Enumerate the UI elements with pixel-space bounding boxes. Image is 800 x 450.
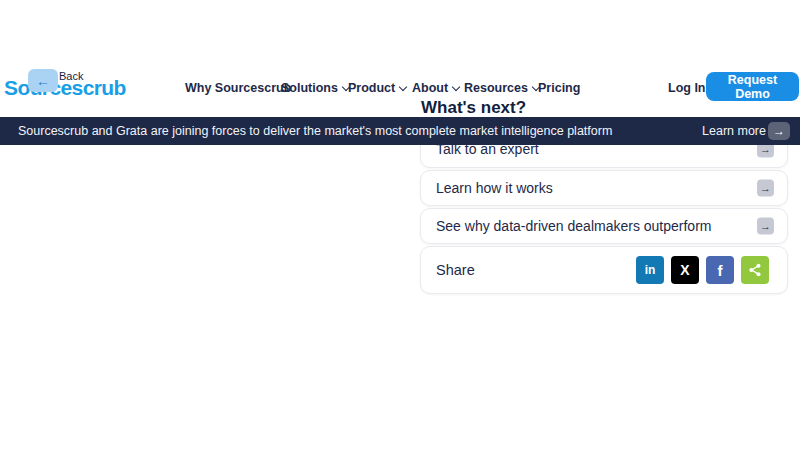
x-twitter-icon: X: [680, 262, 689, 278]
list-item-learn-how-it-works[interactable]: Learn how it works →: [420, 170, 788, 206]
facebook-share-button[interactable]: f: [706, 256, 734, 284]
nav-item-about[interactable]: About: [412, 81, 459, 95]
site-header: Sourcescrub ← Back Why Sourcescrub Solut…: [0, 0, 800, 117]
page: Sourcescrub ← Back Why Sourcescrub Solut…: [0, 0, 800, 450]
nav-item-solutions[interactable]: Solutions: [281, 81, 349, 95]
request-demo-button[interactable]: Request Demo: [706, 72, 799, 101]
nav-item-pricing[interactable]: Pricing: [538, 81, 580, 95]
announcement-text: Sourcescrub and Grata are joining forces…: [18, 124, 612, 138]
list-item-label: See why data-driven dealmakers outperfor…: [436, 218, 711, 234]
nav-label: Pricing: [538, 81, 580, 95]
learn-more-link[interactable]: Learn more: [702, 124, 766, 138]
share-label: Share: [436, 262, 475, 278]
facebook-icon: f: [718, 262, 723, 279]
arrow-right-icon[interactable]: →: [757, 180, 774, 197]
nav-label: About: [412, 81, 448, 95]
announcement-banner: Sourcescrub and Grata are joining forces…: [0, 117, 800, 145]
whats-next-heading: What's next?: [421, 98, 526, 118]
nav-label: Resources: [464, 81, 528, 95]
chevron-down-icon: [452, 82, 460, 90]
linkedin-share-button[interactable]: in: [636, 256, 664, 284]
linkedin-icon: in: [645, 263, 656, 277]
share-nodes-icon: [747, 262, 763, 278]
nav-item-resources[interactable]: Resources: [464, 81, 539, 95]
list-item-label: Learn how it works: [436, 180, 553, 196]
nav-label: Why Sourcescrub: [185, 81, 291, 95]
arrow-right-icon: →: [773, 125, 785, 137]
back-label: Back: [59, 70, 83, 82]
login-link[interactable]: Log In: [668, 81, 706, 95]
sharethis-share-button[interactable]: [741, 256, 769, 284]
x-twitter-share-button[interactable]: X: [671, 256, 699, 284]
nav-item-why-sourcescrub[interactable]: Why Sourcescrub: [185, 81, 291, 95]
chevron-down-icon: [399, 82, 407, 90]
list-item-dealmakers-outperform[interactable]: See why data-driven dealmakers outperfor…: [420, 208, 788, 244]
nav-label: Product: [348, 81, 395, 95]
share-row: Share in X f: [420, 246, 788, 294]
back-arrow-icon: ←: [36, 74, 50, 88]
learn-more-arrow-button[interactable]: →: [768, 122, 790, 140]
nav-item-product[interactable]: Product: [348, 81, 406, 95]
nav-label: Solutions: [281, 81, 338, 95]
back-button[interactable]: ←: [28, 69, 58, 92]
arrow-right-icon[interactable]: →: [757, 218, 774, 235]
